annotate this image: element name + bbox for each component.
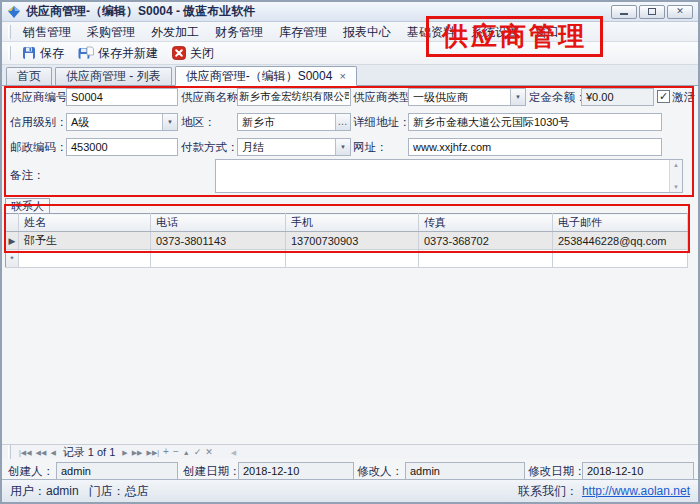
status-user: 用户：admin [10,483,79,500]
table-header-row: 姓名 电话 手机 传真 电子邮件 [6,214,688,232]
supplier-type-select[interactable]: 一级供应商 ▼ [408,88,526,106]
scroll-down-icon[interactable]: ▼ [673,184,679,190]
remark-field[interactable] [216,160,682,192]
postcode-label: 邮政编码： [10,138,68,156]
deposit-field [581,88,654,106]
close-icon [172,46,186,60]
chevron-down-icon[interactable]: ▼ [335,139,350,155]
modified-by-label: 修改人： [357,462,403,480]
nav-commit-button[interactable]: ✓ [194,448,202,457]
cell-phone[interactable]: 0373-3801143 [151,232,286,250]
ellipsis-icon[interactable]: … [335,114,350,130]
app-window: 供应商管理-（编辑）S0004 - 傲蓝布业软件 ✕ 销售管理 采购管理 外发加… [0,0,700,504]
credit-select[interactable]: A级 ▼ [66,113,178,131]
column-header-fax[interactable]: 传真 [419,214,553,232]
row-selector-header [6,214,19,232]
nav-delete-button[interactable]: − [173,447,179,457]
minimize-button[interactable] [611,5,637,19]
supplier-name-field[interactable] [237,88,351,106]
payment-label: 付款方式： [181,138,239,156]
minimize-icon [620,13,628,15]
window-title: 供应商管理-（编辑）S0004 - 傲蓝布业软件 [26,3,255,20]
table-new-row[interactable]: * [6,250,688,268]
tab-supplier-list[interactable]: 供应商管理 - 列表 [55,67,172,85]
column-header-mobile[interactable]: 手机 [286,214,419,232]
nav-prev-page-button[interactable]: ◀◀ [36,449,47,456]
website-label: 网址： [353,138,388,156]
address-label: 详细地址： [353,113,411,131]
app-logo-icon [7,5,21,19]
content-area: 供应商编号： 供应商名称： 供应商类型： 一级供应商 ▼ 定金余额： ✓ 激活 … [2,86,698,479]
status-bar: 用户：admin 门店：总店 联系我们： http://www.aolan.ne… [2,479,698,502]
postcode-field[interactable] [66,138,178,156]
tab-close-icon[interactable]: × [339,70,345,82]
nav-next-button[interactable]: ▶ [122,449,127,456]
region-field[interactable]: 新乡市 … [237,113,351,131]
remark-label: 备注： [10,166,45,184]
menu-purchase[interactable]: 采购管理 [79,22,143,42]
column-header-email[interactable]: 电子邮件 [553,214,688,232]
maximize-button[interactable] [639,5,665,19]
modified-date-field [582,462,694,480]
credit-label: 信用级别： [10,113,68,131]
menu-reports[interactable]: 报表中心 [335,22,399,42]
cell-mobile[interactable]: 13700730903 [286,232,419,250]
table-row[interactable]: ▶ 邵予生 0373-3801143 13700730903 0373-3687… [6,232,688,250]
save-button[interactable]: 保存 [15,43,71,64]
nav-append-button[interactable]: + [163,447,169,457]
remark-scrollbar[interactable]: ▲ ▼ [669,160,682,192]
payment-select[interactable]: 月结 ▼ [237,138,351,156]
created-by-field [56,462,178,480]
tab-home[interactable]: 首页 [6,67,52,85]
menu-finance[interactable]: 财务管理 [207,22,271,42]
cell-fax[interactable]: 0373-368702 [419,232,553,250]
menu-outsourcing[interactable]: 外发加工 [143,22,207,42]
toolbar-grip [8,445,11,459]
hscroll-left-icon[interactable]: ◀ [231,449,236,456]
tab-supplier-edit[interactable]: 供应商管理-（编辑）S0004 × [175,66,357,86]
record-navigator: |◀◀ ◀◀ ◀ 记录 1 of 1 ▶ ▶▶ ▶▶| + − ▲ ✓ ✕ ◀ [2,444,698,459]
remark-box: ▲ ▼ [215,159,683,193]
save-and-new-icon [78,46,94,60]
address-field[interactable] [408,113,662,131]
modified-by-field [405,462,525,480]
nav-edit-button[interactable]: ▲ [183,449,190,456]
modified-date-label: 修改日期： [528,462,586,480]
website-field[interactable] [408,138,662,156]
active-label: 激活 [672,88,695,106]
nav-cancel-button[interactable]: ✕ [205,448,213,457]
region-label: 地区： [181,113,216,131]
active-checkbox[interactable]: ✓ [657,90,670,103]
close-button[interactable]: 关闭 [165,43,221,64]
new-row-marker-icon: * [6,250,19,268]
menu-inventory[interactable]: 库存管理 [271,22,335,42]
deposit-label: 定金余额： [529,88,587,106]
created-date-label: 创建日期： [183,462,241,480]
cell-email[interactable]: 2538446228@qq.com [553,232,688,250]
record-count-label: 记录 1 of 1 [63,445,116,460]
cell-name[interactable]: 邵予生 [19,232,151,250]
menu-sales[interactable]: 销售管理 [15,22,79,42]
nav-first-button[interactable]: |◀◀ [19,449,32,456]
website-link[interactable]: http://www.aolan.net [582,484,690,498]
nav-prev-button[interactable]: ◀ [50,449,55,456]
contact-us-label: 联系我们： [518,483,578,500]
column-header-name[interactable]: 姓名 [19,214,151,232]
document-tab-bar: 首页 供应商管理 - 列表 供应商管理-（编辑）S0004 × [2,65,698,86]
annotation-stamp: 供应商管理 [426,16,603,57]
scroll-up-icon[interactable]: ▲ [673,162,679,168]
chevron-down-icon[interactable]: ▼ [510,89,525,105]
close-window-button[interactable]: ✕ [667,5,693,19]
supplier-no-field[interactable] [66,88,178,106]
maximize-icon [648,8,656,15]
tab-contacts[interactable]: 联系人 [5,198,50,213]
created-by-label: 创建人： [8,462,54,480]
nav-last-button[interactable]: ▶▶| [147,449,160,456]
toolbar-grip [8,46,11,60]
column-header-phone[interactable]: 电话 [151,214,286,232]
save-and-new-button[interactable]: 保存并新建 [71,43,165,64]
status-store: 门店：总店 [89,483,149,500]
chevron-down-icon[interactable]: ▼ [162,114,177,130]
toolbar-grip [8,25,11,39]
nav-next-page-button[interactable]: ▶▶ [132,449,143,456]
